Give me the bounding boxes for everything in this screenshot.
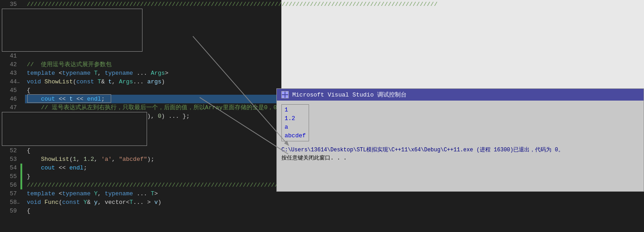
svg-rect-5	[282, 95, 285, 98]
code-text: ShowList	[44, 78, 73, 85]
change-indicator-segment	[20, 164, 22, 189]
code-text: cout	[41, 164, 55, 171]
code-text	[41, 199, 44, 206]
collapse-icon-58[interactable]: −	[17, 199, 20, 208]
code-text: Y	[84, 199, 87, 206]
code-line-57: template <typename Y, typename ... T>	[25, 189, 281, 198]
code-text	[27, 164, 41, 171]
code-text: ,	[112, 78, 119, 85]
code-text	[27, 104, 41, 111]
code-line-35: ////////////////////////////////////////…	[25, 0, 281, 9]
code-line-58: − void Func(const Y& y, vector<T... > v)	[25, 198, 281, 207]
line-num-57: 57	[0, 189, 17, 198]
code-text: const	[62, 199, 80, 206]
code-text: T	[98, 78, 101, 85]
code-text: <<	[55, 164, 69, 171]
code-text: ),	[147, 113, 157, 120]
code-text: )	[162, 78, 165, 85]
console-output-2: 1.2	[285, 114, 306, 123]
code-text: ;	[84, 164, 87, 171]
svg-rect-3	[282, 92, 285, 94]
code-text: T	[94, 70, 98, 77]
code-text: Func	[44, 199, 59, 206]
line-num-55: 55	[0, 172, 17, 181]
code-text: (	[59, 199, 62, 206]
code-text: "abcdef"	[119, 156, 147, 163]
code-text: v	[154, 199, 158, 206]
code-text: void	[27, 199, 41, 206]
line-num-45: 45	[0, 86, 17, 95]
code-text: Args	[151, 70, 165, 77]
code-text	[94, 78, 98, 85]
collapse-icon-44[interactable]: −	[17, 79, 20, 87]
line-num-58: 58	[0, 198, 17, 207]
code-text: y	[94, 199, 98, 206]
code-text: const	[76, 78, 94, 85]
line-num-47: 47	[0, 103, 17, 112]
code-text: 'a'	[101, 156, 112, 163]
console-panel: Microsoft Visual Studio 调试控制台 1 1.2 a ab…	[276, 88, 644, 192]
code-text: typename	[105, 190, 133, 197]
code-text	[41, 78, 44, 85]
line-num-41: 41	[0, 52, 17, 60]
line-num-35: 35	[0, 0, 17, 9]
code-line-44: − void ShowList(const T& t, Args... args…	[25, 77, 281, 86]
code-text: ...	[133, 190, 151, 197]
code-text: Args	[119, 78, 133, 85]
code-text: ...	[133, 70, 151, 77]
code-text: endl	[69, 164, 84, 171]
code-text: args	[147, 78, 161, 85]
code-editor: 35 36 37 38 39 40 41 42 43 44 45 46 47 4…	[0, 0, 281, 232]
code-text: }	[27, 173, 30, 180]
code-line-52: {	[25, 146, 281, 155]
code-text: T	[129, 199, 133, 206]
code-text: , vector<	[98, 199, 129, 206]
code-text	[27, 156, 41, 163]
annotation-box-bottom	[2, 112, 147, 146]
console-press-line: 按任意键关闭此窗口. . .	[281, 154, 639, 162]
code-text: ////////////////////////////////////////…	[27, 1, 438, 8]
code-text: ,	[94, 156, 101, 163]
code-line-54: cout << endl;	[25, 164, 281, 172]
code-text: ... >	[133, 199, 154, 206]
code-text: ShowList	[41, 156, 69, 163]
code-text: >	[154, 190, 158, 197]
line-num-46: 46	[0, 95, 17, 103]
code-text: {	[27, 87, 30, 94]
code-text: 0	[158, 113, 162, 120]
code-text: 1.2	[84, 156, 94, 163]
right-background	[276, 0, 644, 88]
line-num-43: 43	[0, 69, 17, 77]
code-text: );	[147, 156, 154, 163]
code-text: Y	[94, 190, 98, 197]
code-text: &	[87, 199, 94, 206]
line-num-52: 52	[0, 146, 17, 155]
code-text: typename	[62, 190, 90, 197]
vs-icon	[281, 91, 289, 98]
code-text: ,	[112, 156, 119, 163]
code-text: ...	[133, 78, 147, 85]
line-num-53: 53	[0, 155, 17, 164]
code-text: &	[101, 78, 108, 85]
code-text: {	[27, 147, 30, 154]
code-text: // 使用逗号表达式展开参数包	[27, 61, 112, 68]
code-text: ,	[98, 70, 105, 77]
console-output-4: abcdef	[285, 131, 306, 140]
code-text: typename	[105, 70, 133, 77]
annotation-box-line46	[27, 94, 111, 103]
code-line-41	[25, 52, 281, 60]
line-num-54: 54	[0, 164, 17, 172]
svg-rect-6	[285, 95, 288, 98]
code-line-47: // 逗号表达式从左到右执行，只取最后一个，后面的值，所以Array里面存储的全…	[25, 103, 281, 112]
code-text: {	[27, 208, 30, 214]
annotation-box-top	[2, 9, 143, 52]
code-text: ,	[98, 190, 105, 197]
code-line-53: ShowList(1, 1.2, 'a', "abcdef");	[25, 155, 281, 164]
code-text: T	[151, 190, 154, 197]
code-text: void	[27, 78, 41, 85]
console-body: 1 1.2 a abcdef C:\Users\13614\Desktop\ST…	[277, 101, 644, 191]
console-output-box: 1 1.2 a abcdef	[281, 104, 309, 141]
console-output-3: a	[285, 123, 306, 131]
console-path-line: C:\Users\13614\Desktop\STL模拟实现\C++11\x64…	[281, 146, 639, 154]
code-line-59: {	[25, 207, 281, 215]
